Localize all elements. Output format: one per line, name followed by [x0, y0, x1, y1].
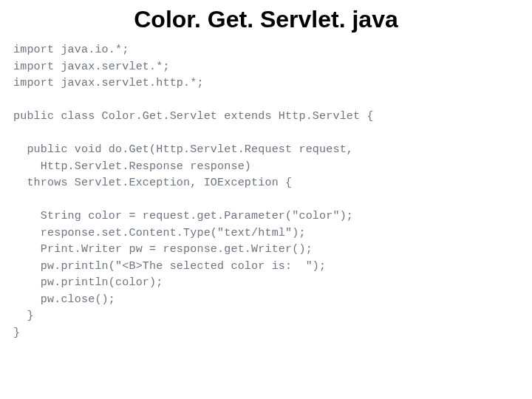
page-title: Color. Get. Servlet. java	[0, 0, 532, 42]
code-line: Print.Writer pw = response.get.Writer();	[13, 243, 313, 256]
code-line: }	[13, 327, 20, 339]
code-line: pw.close();	[13, 293, 115, 306]
code-line: throws Servlet.Exception, IOException {	[13, 177, 292, 189]
code-block: import java.io.*; import javax.servlet.*…	[0, 42, 532, 341]
code-line: Http.Servlet.Response response)	[13, 160, 251, 173]
code-line: pw.println(color);	[13, 276, 163, 289]
code-line: import java.io.*;	[13, 44, 129, 56]
code-line: response.set.Content.Type("text/html");	[13, 227, 306, 239]
code-line: import javax.servlet.*;	[13, 61, 170, 73]
code-line: public class Color.Get.Servlet extends H…	[13, 110, 374, 123]
code-line: }	[13, 310, 34, 322]
code-line: import javax.servlet.http.*;	[13, 77, 204, 89]
code-line: String color = request.get.Parameter("co…	[13, 210, 353, 222]
code-line: public void do.Get(Http.Servlet.Request …	[13, 143, 353, 156]
code-line: pw.println("<B>The selected color is: ")…	[13, 260, 326, 273]
